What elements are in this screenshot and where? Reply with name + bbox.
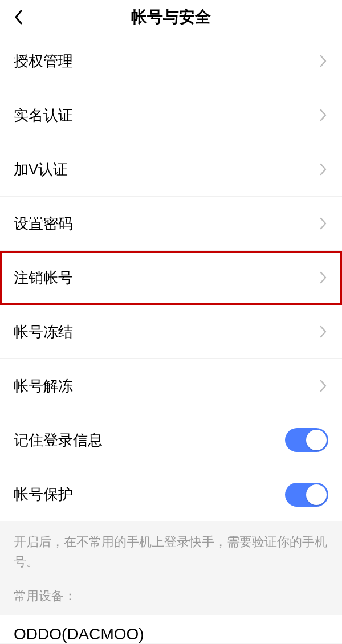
chevron-right-icon: [318, 270, 328, 286]
footer-hint: 开启后，在不常用的手机上登录快手，需要验证你的手机号。: [14, 532, 328, 572]
page-title: 帐号与安全: [0, 6, 342, 28]
toggle-row-remember-login: 记住登录信息: [0, 413, 342, 467]
list-item-password[interactable]: 设置密码: [0, 197, 342, 251]
list-item-label: 帐号冻结: [14, 322, 73, 342]
chevron-right-icon: [318, 324, 328, 340]
chevron-right-icon: [318, 378, 328, 394]
device-item: ODDO(DACMOO): [0, 615, 342, 643]
list-item-label: 帐号解冻: [14, 376, 73, 396]
page-header: 帐号与安全: [0, 0, 342, 34]
settings-list: 授权管理 实名认证 加V认证 设置密码 注销帐号: [0, 34, 342, 521]
toggle-remember-login[interactable]: [285, 428, 328, 452]
list-item-authorization[interactable]: 授权管理: [0, 34, 342, 88]
list-item-label: 注销帐号: [14, 268, 73, 288]
toggle-row-account-protect: 帐号保护: [0, 467, 342, 521]
toggle-knob: [306, 430, 327, 450]
list-item-label: 授权管理: [14, 51, 73, 71]
list-item-label: 设置密码: [14, 214, 73, 234]
list-item-delete-account[interactable]: 注销帐号: [0, 251, 342, 305]
list-item-freeze[interactable]: 帐号冻结: [0, 305, 342, 359]
list-item-unfreeze[interactable]: 帐号解冻: [0, 359, 342, 413]
list-item-label: 实名认证: [14, 105, 73, 125]
toggle-knob: [306, 484, 327, 505]
list-item-realname[interactable]: 实名认证: [0, 88, 342, 142]
toggle-label: 记住登录信息: [14, 430, 103, 450]
chevron-right-icon: [318, 215, 328, 231]
toggle-account-protect[interactable]: [285, 483, 328, 507]
back-icon[interactable]: [10, 9, 27, 26]
list-item-vverify[interactable]: 加V认证: [0, 142, 342, 197]
list-item-label: 加V认证: [14, 160, 68, 180]
chevron-right-icon: [318, 161, 328, 177]
devices-label: 常用设备：: [14, 588, 328, 605]
toggle-label: 帐号保护: [14, 484, 73, 504]
chevron-right-icon: [318, 107, 328, 123]
footer-section: 开启后，在不常用的手机上登录快手，需要验证你的手机号。 常用设备： ODDO(D…: [0, 521, 342, 644]
chevron-right-icon: [318, 53, 328, 69]
